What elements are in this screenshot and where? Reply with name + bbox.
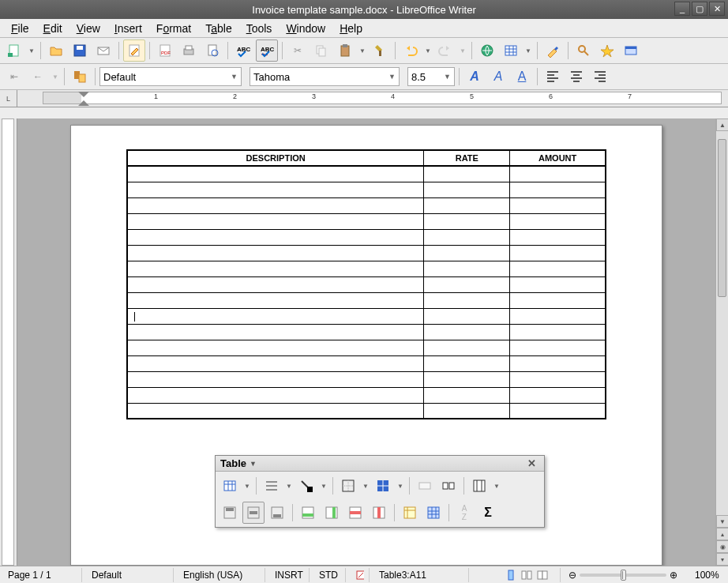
header-amount[interactable]: AMOUNT <box>510 150 606 166</box>
autoformat-button[interactable] <box>399 502 421 524</box>
table-cell[interactable] <box>510 245 606 261</box>
window-maximize-button[interactable]: ▢ <box>692 2 707 16</box>
menu-file[interactable]: File <box>5 21 36 36</box>
valign-center-button[interactable] <box>242 502 265 524</box>
table-cell[interactable] <box>510 261 606 276</box>
table-toolbar-close-button[interactable]: ✕ <box>524 457 539 469</box>
line-color-button[interactable] <box>295 475 317 497</box>
table-row[interactable] <box>127 292 606 308</box>
prev-page-button[interactable]: ▴ <box>716 528 728 540</box>
menu-table[interactable]: Table <box>199 21 238 36</box>
valign-top-button[interactable] <box>219 502 241 524</box>
table-cell[interactable] <box>510 166 606 182</box>
italic-button[interactable]: A <box>487 66 509 88</box>
hyperlink-button[interactable] <box>476 39 498 62</box>
table-cell[interactable] <box>127 308 424 324</box>
table-cell[interactable] <box>510 403 606 419</box>
export-pdf-button[interactable]: PDF <box>154 39 176 62</box>
align-center-button[interactable] <box>565 66 587 88</box>
menu-insert[interactable]: Insert <box>108 21 148 36</box>
status-page[interactable]: Page 1 / 1 <box>3 568 82 582</box>
table-cell[interactable] <box>127 229 424 245</box>
table-cell[interactable] <box>510 229 606 245</box>
delete-column-button[interactable] <box>368 502 390 524</box>
insert-table-dropdown[interactable]: ▼ <box>523 39 533 62</box>
table-cell[interactable] <box>424 371 510 387</box>
table-cell[interactable] <box>424 276 510 292</box>
table-floating-toolbar[interactable]: Table ▼ ✕ ▼ ▼ ▼ ▼ ▼ ▼ AZ <box>215 455 545 528</box>
insert-column-button[interactable] <box>321 502 343 524</box>
borders-dropdown[interactable]: ▼ <box>361 475 370 497</box>
font-size-combo[interactable]: 8.5 ▼ <box>407 67 455 86</box>
vertical-ruler[interactable] <box>0 118 17 566</box>
line-style-button[interactable] <box>261 475 283 497</box>
status-language[interactable]: English (USA) <box>178 568 265 582</box>
table-cell[interactable] <box>424 245 510 261</box>
table-row[interactable] <box>127 197 606 213</box>
table-cell[interactable] <box>424 292 510 308</box>
autospellcheck-button[interactable]: ABC <box>256 39 278 62</box>
table-row[interactable] <box>127 324 606 340</box>
paragraph-style-arrow-icon[interactable]: ▼ <box>231 73 238 81</box>
new-dropdown[interactable]: ▼ <box>27 39 36 62</box>
insert-table-button[interactable] <box>500 39 522 62</box>
spellcheck-button[interactable]: ABC <box>232 39 254 62</box>
status-cell-ref[interactable]: Table3:A11 <box>374 568 469 582</box>
table-row[interactable] <box>127 245 606 261</box>
table-cell[interactable] <box>127 324 424 340</box>
menu-tools[interactable]: Tools <box>240 21 279 36</box>
table-cell[interactable] <box>510 182 606 197</box>
gallery-button[interactable] <box>620 39 642 62</box>
table-cell[interactable] <box>424 324 510 340</box>
new-button[interactable] <box>3 39 25 62</box>
print-button[interactable] <box>178 39 200 62</box>
print-preview-button[interactable] <box>201 39 223 62</box>
scroll-down-button[interactable]: ▼ <box>716 515 728 528</box>
table-cell[interactable] <box>127 387 424 403</box>
nav-dropdown[interactable]: ▼ <box>51 66 60 88</box>
table-cell[interactable] <box>424 182 510 197</box>
menu-edit[interactable]: Edit <box>37 21 69 36</box>
font-name-combo[interactable]: Tahoma ▼ <box>250 67 400 86</box>
redo-button[interactable] <box>434 39 456 62</box>
table-cell[interactable] <box>127 355 424 371</box>
valign-bottom-button[interactable] <box>266 502 288 524</box>
menu-view[interactable]: View <box>70 21 107 36</box>
sort-button[interactable]: AZ <box>453 502 475 524</box>
borders-button[interactable] <box>337 475 359 497</box>
show-draw-button[interactable] <box>542 39 564 62</box>
vertical-scrollbar[interactable]: ▲ ▼ ▴ ◉ ▾ <box>715 118 728 566</box>
edit-file-button[interactable] <box>123 39 145 62</box>
table-cell[interactable] <box>510 340 606 355</box>
navigator-button[interactable] <box>596 39 618 62</box>
split-cells-button[interactable] <box>437 475 460 497</box>
window-minimize-button[interactable]: _ <box>674 2 690 16</box>
merge-cells-button[interactable] <box>414 475 436 497</box>
table-toolbar-collapse-icon[interactable]: ▼ <box>246 460 260 468</box>
table-cell[interactable] <box>127 292 424 308</box>
table-cell[interactable] <box>510 197 606 213</box>
table-row[interactable] <box>127 371 606 387</box>
bold-button[interactable]: A <box>463 66 486 88</box>
table-cell[interactable] <box>510 371 606 387</box>
nav-back-button[interactable]: ← <box>27 66 49 88</box>
find-replace-button[interactable] <box>572 39 595 62</box>
table-cell[interactable] <box>127 371 424 387</box>
status-style[interactable]: Default <box>87 568 174 582</box>
header-rate[interactable]: RATE <box>424 150 510 166</box>
status-insert-mode[interactable]: INSRT <box>270 568 310 582</box>
table-cell[interactable] <box>127 182 424 197</box>
table-row[interactable] <box>127 261 606 276</box>
table-cell[interactable] <box>424 229 510 245</box>
underline-button[interactable]: A <box>511 66 533 88</box>
menu-window[interactable]: Window <box>280 21 332 36</box>
optimize-button[interactable] <box>468 475 490 497</box>
cut-button[interactable]: ✂ <box>287 39 309 62</box>
header-description[interactable]: DESCRIPTION <box>127 150 424 166</box>
zoom-in-button[interactable]: ⊕ <box>666 570 681 581</box>
menu-format[interactable]: Format <box>150 21 197 36</box>
table-cell[interactable] <box>127 245 424 261</box>
table-row[interactable] <box>127 276 606 292</box>
paste-button[interactable] <box>334 39 356 62</box>
menu-help[interactable]: Help <box>333 21 369 36</box>
